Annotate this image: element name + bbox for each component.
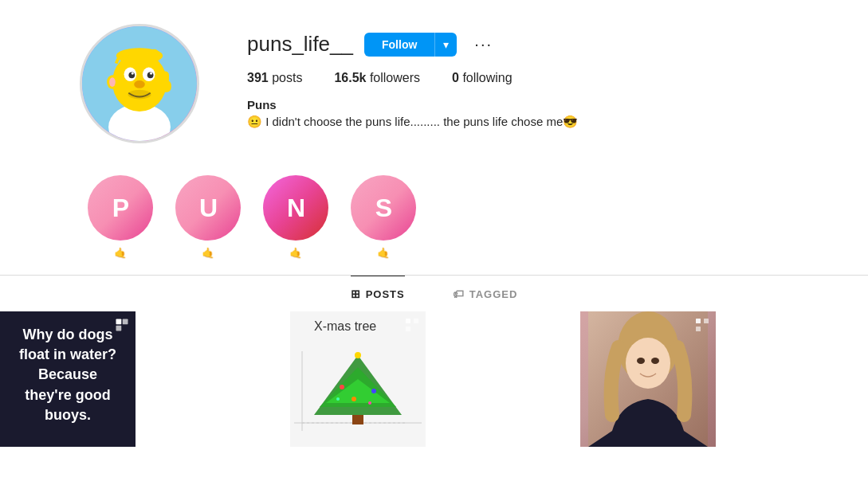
highlight-label-p: 🤙 [114, 247, 127, 259]
highlight-item[interactable]: P 🤙 [88, 175, 153, 259]
svg-point-34 [352, 397, 356, 401]
highlights-section: P 🤙 U 🤙 N 🤙 S 🤙 [0, 159, 868, 275]
following-stat[interactable]: 0 following [452, 71, 513, 85]
follow-dropdown-button[interactable]: ▾ [434, 33, 457, 57]
follow-btn-group: Follow ▾ [364, 33, 457, 57]
svg-rect-47 [696, 319, 701, 323]
svg-point-46 [651, 358, 659, 364]
posts-stat: 391 posts [247, 71, 302, 85]
posts-count: 391 [247, 71, 269, 84]
tab-posts-label: POSTS [366, 288, 405, 300]
username: puns_life__ [247, 32, 353, 57]
svg-point-44 [626, 338, 670, 389]
post-multiple-icon-2 [405, 318, 419, 336]
stats-row: 391 posts 16.5k followers 0 following [247, 71, 804, 85]
tab-tagged-label: TAGGED [469, 288, 518, 300]
svg-point-36 [336, 397, 340, 401]
highlight-label-u: 🤙 [202, 247, 214, 259]
svg-point-10 [150, 72, 152, 75]
post-multiple-icon-1 [115, 318, 129, 336]
highlight-circle-n: N [263, 175, 328, 241]
post-thumb-1[interactable]: Why do dogs float in water?Because they'… [0, 311, 136, 447]
svg-point-45 [637, 358, 645, 364]
followers-label: followers [370, 71, 420, 84]
highlight-circle-p: P [88, 175, 153, 241]
posts-label: posts [272, 71, 302, 84]
grid-icon: ⊞ [351, 288, 361, 300]
tab-tagged[interactable]: 🏷 TAGGED [453, 276, 518, 311]
highlight-item-n[interactable]: N 🤙 [263, 175, 328, 259]
svg-rect-40 [406, 327, 410, 331]
svg-rect-39 [414, 319, 418, 323]
highlight-label-n: 🤙 [289, 247, 302, 259]
highlight-item-s[interactable]: S 🤙 [351, 175, 416, 259]
svg-rect-48 [704, 319, 709, 323]
svg-rect-15 [158, 71, 169, 84]
svg-point-35 [368, 401, 371, 405]
svg-point-4 [109, 77, 116, 87]
highlight-item-u[interactable]: U 🤙 [175, 175, 241, 259]
more-options-button[interactable]: ··· [468, 32, 499, 57]
profile-section: puns_life__ Follow ▾ ··· 391 posts 16.5k… [0, 0, 868, 159]
highlight-label-s: 🤙 [377, 247, 390, 259]
svg-rect-38 [406, 319, 410, 323]
avatar-wrapper [80, 24, 199, 143]
followers-stat[interactable]: 16.5k followers [334, 71, 420, 85]
svg-point-32 [340, 385, 344, 389]
svg-rect-27 [116, 326, 122, 331]
svg-rect-25 [116, 319, 122, 325]
post-multiple-icon-3 [695, 318, 709, 336]
bio-text: 😐 I didn't choose the puns life.........… [247, 115, 804, 129]
bio-name: Puns [247, 98, 804, 111]
avatar [80, 24, 199, 143]
post-thumb-3[interactable] [580, 311, 716, 447]
posts-grid: Why do dogs float in water?Because they'… [0, 311, 868, 447]
highlight-circle-u: U [175, 175, 241, 241]
tag-icon: 🏷 [453, 288, 465, 300]
svg-point-31 [355, 352, 361, 358]
post-thumb-2[interactable]: X-mas tree [290, 311, 426, 447]
svg-point-12 [128, 90, 151, 100]
post-text-1: Why do dogs float in water?Because they'… [16, 325, 120, 425]
svg-rect-49 [696, 327, 701, 331]
svg-rect-26 [123, 319, 128, 325]
highlight-circle-s: S [351, 175, 416, 241]
follow-button[interactable]: Follow [364, 33, 434, 57]
following-count: 0 [452, 71, 459, 84]
svg-rect-37 [352, 415, 363, 424]
followers-count: 16.5k [334, 71, 366, 84]
following-label: following [462, 71, 512, 84]
person-svg [588, 311, 708, 447]
profile-header: puns_life__ Follow ▾ ··· [247, 32, 804, 57]
tab-posts[interactable]: ⊞ POSTS [351, 276, 405, 311]
svg-point-9 [132, 72, 134, 75]
svg-point-33 [371, 389, 376, 393]
tabs-row: ⊞ POSTS 🏷 TAGGED [0, 276, 868, 311]
post-text-2: X-mas tree [298, 319, 376, 334]
xmas-tree-svg [290, 343, 426, 439]
profile-info: puns_life__ Follow ▾ ··· 391 posts 16.5k… [247, 24, 804, 129]
svg-point-11 [134, 80, 145, 88]
